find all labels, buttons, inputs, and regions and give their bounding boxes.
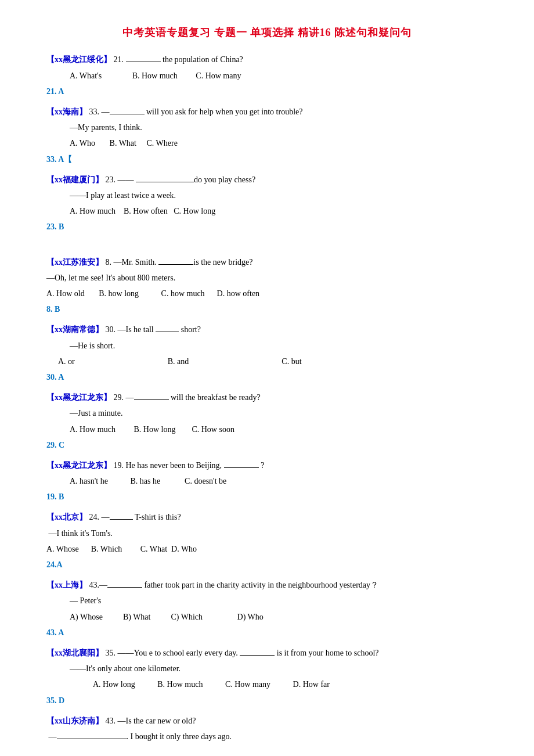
question-30: 【xx湖南常德】 30. —Is he tall short? —He is s…: [46, 322, 488, 384]
q35-dialog: ——It's only about one kilometer.: [70, 661, 488, 676]
question-19: 【xx黑龙江龙东】 19. He has never been to Beiji…: [46, 458, 488, 505]
q33-dialog: —My parents, I think.: [70, 120, 488, 135]
question-33: 【xx海南】 33. — will you ask for help when …: [46, 105, 488, 167]
q30-options: A. or B. and C. but: [46, 354, 488, 369]
q24-dialog: —I think it's Tom's.: [46, 526, 488, 541]
q23-dialog: ——I play at least twice a week.: [70, 188, 488, 203]
q29-source: 【xx黑龙江龙东】: [46, 393, 111, 402]
q21-answer: 21. A: [46, 84, 488, 99]
q24-source: 【xx北京】: [46, 513, 87, 521]
q43b-stem: 【xx山东济南】 43. —Is the car new or old?: [46, 714, 488, 728]
page-title: 中考英语专题复习 专题一 单项选择 精讲16 陈述句和疑问句: [46, 23, 488, 42]
q33-source: 【xx海南】: [46, 107, 87, 116]
question-21: 【xx黑龙江绥化】 21. the population of China? A…: [46, 52, 488, 99]
q35-options: A. How long B. How much C. How many D. H…: [93, 677, 488, 692]
q8-source: 【xx江苏淮安】: [46, 258, 103, 267]
q24-options: A. Whose B. Which C. What D. Who: [46, 542, 488, 556]
q43b-source: 【xx山东济南】: [46, 717, 103, 725]
q24-stem: 【xx北京】 24. — T-shirt is this?: [46, 510, 488, 524]
question-23: 【xx福建厦门】 23. —— do you play chess? ——I p…: [46, 172, 488, 235]
q8-options: A. How old B. how long C. how much D. ho…: [46, 286, 488, 301]
question-24: 【xx北京】 24. — T-shirt is this? —I think i…: [46, 510, 488, 572]
q35-answer: 35. D: [46, 693, 488, 708]
q35-stem: 【xx湖北襄阳】 35. ——You e to school early eve…: [46, 646, 488, 660]
q35-source: 【xx湖北襄阳】: [46, 649, 103, 657]
q30-answer: 30. A: [46, 370, 488, 384]
q43a-options: A) Whose B) What C) Which D) Who: [70, 610, 488, 624]
q33-stem: 【xx海南】 33. — will you ask for help when …: [46, 105, 488, 119]
question-43a: 【xx上海】 43.— father took part in the char…: [46, 578, 488, 640]
q30-stem: 【xx湖南常德】 30. —Is he tall short?: [46, 322, 488, 337]
q21-source: 【xx黑龙江绥化】: [46, 55, 111, 64]
question-29: 【xx黑龙江龙东】 29. — will the breakfast be re…: [46, 390, 488, 452]
q23-answer: 23. B: [46, 219, 488, 234]
q8-stem: 【xx江苏淮安】 8. —Mr. Smith. is the new bridg…: [46, 255, 488, 269]
q8-dialog: —Oh, let me see! It's about 800 meters.: [46, 271, 488, 285]
q29-options: A. How much B. How long C. How soon: [70, 422, 488, 437]
q43a-stem: 【xx上海】 43.— father took part in the char…: [46, 578, 488, 592]
question-35: 【xx湖北襄阳】 35. ——You e to school early eve…: [46, 646, 488, 708]
q43a-dialog: — Peter's: [70, 593, 488, 608]
q19-stem: 【xx黑龙江龙东】 19. He has never been to Beiji…: [46, 458, 488, 473]
question-43b: 【xx山东济南】 43. —Is the car new or old? —. …: [46, 714, 488, 744]
q30-source: 【xx湖南常德】: [46, 325, 103, 334]
q29-dialog: —Just a minute.: [70, 406, 488, 420]
question-list: 【xx黑龙江绥化】 21. the population of China? A…: [46, 52, 488, 744]
q43b-dialog: —. I bought it only three days ago.: [46, 729, 488, 744]
q29-stem: 【xx黑龙江龙东】 29. — will the breakfast be re…: [46, 390, 488, 405]
q43a-answer: 43. A: [46, 625, 488, 640]
q33-answer: 33. A【: [46, 152, 488, 167]
q43a-source: 【xx上海】: [46, 581, 87, 589]
question-8: 【xx江苏淮安】 8. —Mr. Smith. is the new bridg…: [46, 255, 488, 317]
q21-stem: 【xx黑龙江绥化】 21. the population of China?: [46, 52, 488, 67]
q23-source: 【xx福建厦门】: [46, 175, 103, 184]
q8-answer: 8. B: [46, 302, 488, 316]
q19-source: 【xx黑龙江龙东】: [46, 461, 111, 470]
q19-answer: 19. B: [46, 489, 488, 504]
q29-answer: 29. C: [46, 438, 488, 452]
q30-dialog: —He is short.: [70, 339, 488, 353]
q19-options: A. hasn't he B. has he C. doesn't be: [70, 474, 488, 488]
q23-stem: 【xx福建厦门】 23. —— do you play chess?: [46, 172, 488, 187]
q24-answer: 24.A: [46, 557, 488, 572]
q21-options: A. What's B. How much C. How many: [70, 69, 488, 83]
q33-options: A. Who B. What C. Where: [70, 136, 488, 150]
q23-options: A. How much B. How often C. How long: [70, 204, 488, 218]
